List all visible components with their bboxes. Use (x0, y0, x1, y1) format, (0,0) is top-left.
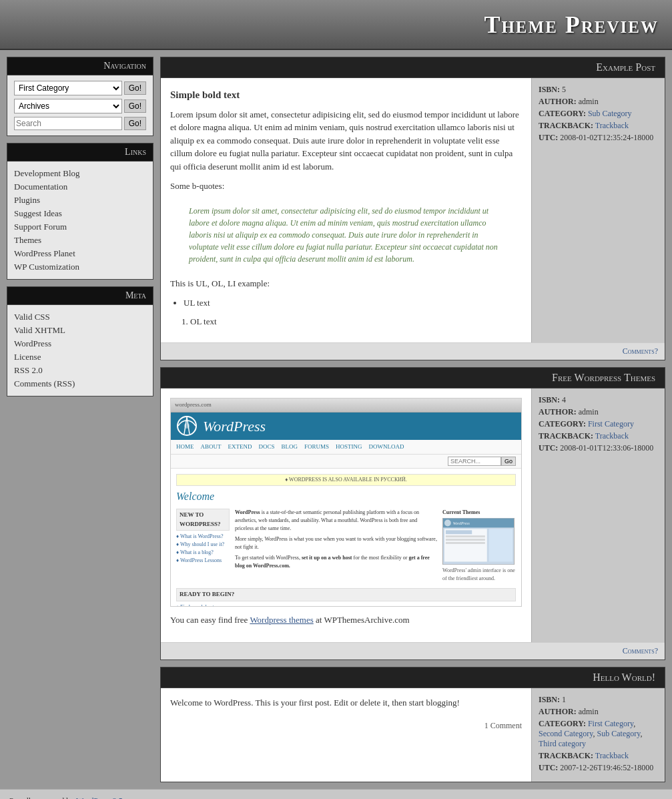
meta-utc: UTC: 2008-01-01T12:33:06-18000 (539, 443, 658, 453)
wordpress-themes-link[interactable]: Wordpress themes (250, 615, 313, 625)
search-input[interactable] (14, 117, 122, 130)
wp-search-field[interactable] (448, 457, 501, 466)
wp-search-bar: Go (171, 455, 521, 469)
svg-rect-8 (446, 530, 472, 534)
cat-sub[interactable]: Sub Category (597, 729, 641, 738)
wp-theme-preview-image: WordPress (442, 518, 515, 565)
comments-link[interactable]: Comments? (623, 346, 658, 356)
trackback-link-3[interactable]: Trackback (595, 751, 629, 760)
meta-content: Valid CSS Valid XHTML WordPress License … (7, 305, 153, 396)
link-documentation[interactable]: Documentation (14, 182, 67, 192)
wp-browser-mock: wordpress.com WordPress (170, 398, 522, 607)
link-support-forum[interactable]: Support Forum (14, 222, 67, 232)
category-select-row: First CategoryArchives Go! (14, 81, 146, 95)
wp-about-text: WordPress is a state-of-the-art semantic… (235, 509, 437, 584)
list-item: Valid XHTML (14, 324, 146, 337)
meta-author: AUTHOR: admin (539, 407, 658, 417)
list-item: Comments (RSS) (14, 377, 146, 390)
meta-valid-xhtml[interactable]: Valid XHTML (14, 325, 65, 335)
meta-author: AUTHOR: admin (539, 97, 658, 107)
meta-rss[interactable]: RSS 2.0 (14, 365, 43, 375)
post-wp-themes-footer: Comments? (161, 642, 665, 659)
post-hello-world-title: Hello World! (161, 668, 665, 688)
navigation-label: Navigation (7, 57, 153, 75)
post-example-title: Example Post (161, 57, 665, 78)
wp-new-to-wp: NEW TO WORDPRESS? ♦ What is WordPress? ♦… (176, 509, 230, 584)
wp-notice-bar: ♦ WORDPRESS IS ALSO AVAILABLE IN РУССКИЙ… (176, 474, 516, 486)
meta-author: AUTHOR: admin (539, 707, 658, 717)
list-item: Valid CSS (14, 310, 146, 324)
meta-category: CATEGORY: First Category, Second Categor… (539, 719, 658, 749)
list-item: License (14, 350, 146, 364)
meta-comments-rss[interactable]: Comments (RSS) (14, 378, 75, 388)
page-footer: Proudly powered by WordPress 2.5. This t… (0, 789, 672, 799)
list-item: RSS 2.0 (14, 364, 146, 377)
meta-utc: UTC: 2008-01-02T12:35:24-18000 (539, 133, 658, 143)
wp-search-button[interactable]: Go (501, 457, 516, 466)
svg-rect-11 (446, 542, 485, 544)
category-dropdown[interactable]: First CategoryArchives (14, 81, 122, 95)
post-hello-world-wrap: Welcome to WordPress. This is your first… (161, 688, 665, 782)
list-item: Plugins (14, 194, 146, 207)
category-go-button[interactable]: Go! (124, 81, 146, 95)
meta-trackback: TRACKBACK: Trackback (539, 121, 658, 131)
meta-wordpress[interactable]: WordPress (14, 338, 51, 348)
meta-list: Valid CSS Valid XHTML WordPress License … (14, 310, 146, 390)
list-item: WP Customization (14, 260, 146, 274)
wp-site-title: WordPress (203, 415, 266, 437)
post-example-footer: Comments? (161, 342, 665, 360)
cat-second[interactable]: Second Category (539, 729, 593, 738)
post-hello-world-body: Welcome to WordPress. This is your first… (161, 688, 531, 782)
search-go-button[interactable]: Go! (124, 117, 146, 130)
content-area: Example Post Simple bold text Lorem ipsu… (160, 57, 665, 782)
comment-count-link[interactable]: 1 Comment (484, 721, 522, 730)
meta-box: Meta Valid CSS Valid XHTML WordPress Lic… (7, 286, 153, 396)
cat-third[interactable]: Third category (539, 739, 586, 748)
links-box: Links Development Blog Documentation Plu… (7, 143, 153, 280)
hello-world-text: Welcome to WordPress. This is your first… (161, 688, 531, 718)
post-wp-themes-wrap: wordpress.com WordPress (161, 388, 665, 642)
link-wordpress-planet[interactable]: WordPress Planet (14, 248, 75, 258)
post-example: Example Post Simple bold text Lorem ipsu… (160, 57, 665, 360)
svg-rect-9 (446, 535, 485, 537)
page-header: Theme Preview (0, 0, 672, 50)
comments-link-2[interactable]: Comments? (623, 646, 658, 655)
footer-wp-link[interactable]: WordPress 2.5 (76, 796, 123, 799)
page-title: Theme Preview (484, 11, 659, 39)
category-link[interactable]: First Category (588, 419, 634, 429)
list-item: OL text (190, 315, 522, 328)
wp-nav-links: HOME ABOUT EXTEND DOCS BLOG FORUMS HOSTI… (171, 440, 521, 455)
search-row: Go! (14, 117, 146, 130)
navigation-content: First CategoryArchives Go! Archives Go! … (7, 75, 153, 136)
comment-count: 1 Comment (161, 718, 531, 734)
wp-columns: NEW TO WORDPRESS? ♦ What is WordPress? ♦… (176, 509, 516, 584)
footer-line1: Proudly powered by WordPress 2.5. (9, 795, 663, 799)
link-plugins[interactable]: Plugins (14, 195, 40, 205)
list-item: Development Blog (14, 167, 146, 180)
trackback-link[interactable]: Trackback (595, 121, 629, 130)
trackback-link[interactable]: Trackback (595, 431, 629, 441)
archives-dropdown[interactable]: Archives (14, 99, 122, 113)
wp-header-bar: WordPress (171, 413, 521, 440)
svg-rect-7 (489, 529, 513, 561)
post-ol: OL text (190, 315, 522, 328)
archives-go-button[interactable]: Go! (124, 99, 146, 113)
link-themes[interactable]: Themes (14, 235, 41, 245)
links-label: Links (7, 144, 153, 162)
link-development-blog[interactable]: Development Blog (14, 168, 80, 178)
meta-utc: UTC: 2007-12-26T19:46:52-18000 (539, 763, 658, 773)
list-item: WordPress (14, 337, 146, 350)
links-content: Development Blog Documentation Plugins S… (7, 162, 153, 279)
post-wp-themes-body: wordpress.com WordPress (161, 388, 531, 642)
link-wp-customization[interactable]: WP Customization (14, 262, 79, 272)
svg-rect-10 (446, 539, 485, 541)
wp-main-column: ♦ WORDPRESS IS ALSO AVAILABLE IN РУССКИЙ… (176, 474, 516, 606)
link-suggest-ideas[interactable]: Suggest Ideas (14, 208, 62, 218)
post-wp-themes-text: You can easy find free Wordpress themes … (170, 613, 522, 627)
post-example-para1: Lorem ipsum dolor sit amet, consectetur … (170, 108, 522, 174)
meta-valid-css[interactable]: Valid CSS (14, 312, 50, 322)
category-link[interactable]: Sub Category (588, 109, 632, 118)
meta-license[interactable]: License (14, 352, 41, 362)
post-example-body: Simple bold text Lorem ipsum dolor sit a… (161, 78, 531, 342)
cat-first[interactable]: First Category (588, 719, 633, 728)
